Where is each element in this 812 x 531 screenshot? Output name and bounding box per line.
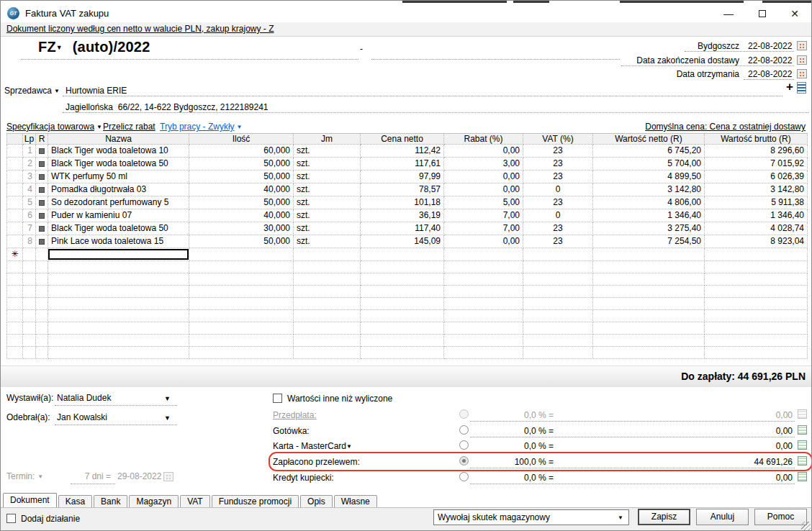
cell-vat[interactable]	[523, 322, 593, 335]
cell-rabat[interactable]	[444, 261, 523, 273]
payment-method-label[interactable]: Zapłacono przelewem:	[273, 457, 360, 467]
empty-table-row[interactable]	[7, 347, 808, 359]
add-seller-icon[interactable]: +	[786, 80, 793, 94]
cell-wartosc-brutto[interactable]: 8 923,04	[705, 235, 808, 248]
cell-ilosc[interactable]: 50,000	[189, 196, 294, 209]
cell-vat[interactable]: 23	[523, 158, 593, 171]
payment-method-label[interactable]: Kredyt kupiecki:	[273, 473, 334, 483]
row-selector[interactable]	[7, 347, 23, 359]
cell-nazwa[interactable]: Black Tiger woda toaletowa 10	[48, 145, 189, 158]
cell-wartosc-netto[interactable]: 3 142,80	[593, 183, 705, 196]
cell-ilosc[interactable]	[189, 298, 294, 310]
cell-jm[interactable]: szt.	[294, 171, 361, 183]
issue-date-value[interactable]: 22-08-2022	[748, 41, 792, 51]
default-price-link[interactable]: Domyślna cena: Cena z ostatniej dostawy	[645, 122, 806, 132]
tab-opis[interactable]: Opis	[300, 495, 333, 507]
work-mode-menu[interactable]: Tryb pracy - Zwykły▼	[160, 122, 242, 132]
table-row[interactable]: 8Pink Lace woda toaletowa 1550,000szt.14…	[7, 235, 808, 248]
cell-wartosc-netto[interactable]: 7 254,50	[593, 235, 705, 248]
row-selector[interactable]	[7, 158, 23, 171]
tab-magazyn[interactable]: Magazyn	[129, 495, 179, 507]
term-dropdown-icon[interactable]: ▼	[37, 474, 43, 480]
cell-nazwa[interactable]: So dezodorant perfumowany 5	[48, 196, 189, 209]
cell-wartosc-brutto[interactable]: 8 296,60	[705, 145, 808, 158]
row-selector[interactable]	[7, 222, 23, 235]
cell-cena-netto[interactable]: 97,99	[361, 171, 444, 183]
row-selector[interactable]	[7, 235, 23, 248]
row-selector[interactable]	[7, 183, 23, 196]
cancel-button[interactable]: Anuluj	[696, 509, 749, 525]
select-dropdown-icon[interactable]: ▼	[618, 515, 623, 521]
cell-jm[interactable]	[294, 347, 361, 359]
cell-cena-netto[interactable]: 117,61	[361, 158, 444, 171]
table-row[interactable]: 1Black Tiger woda toaletowa 1060,000szt.…	[7, 145, 808, 158]
row-selector[interactable]	[7, 310, 23, 322]
cell-cena-netto[interactable]	[361, 298, 444, 310]
specification-menu[interactable]: Specyfikacja towarowa▼	[6, 122, 102, 132]
doc-number[interactable]: (auto)/2022	[73, 39, 150, 55]
tab-vat[interactable]: VAT	[180, 495, 210, 507]
cell-wartosc-netto[interactable]	[593, 298, 705, 310]
payment-method-label[interactable]: Gotówka:	[273, 426, 310, 436]
new-item-input[interactable]	[48, 249, 189, 260]
seller-address[interactable]: Jagiellońska 66/22, 14-622 Bydgoszcz, 21…	[66, 102, 269, 112]
cell-jm[interactable]: szt.	[294, 183, 361, 196]
calculator-icon[interactable]	[798, 409, 807, 419]
cell-cena-netto[interactable]	[361, 273, 444, 286]
cell-vat[interactable]	[523, 310, 593, 322]
payment-method-dropdown-icon[interactable]: ▼	[346, 444, 352, 450]
payment-method-label[interactable]: Przedpłata:	[273, 410, 317, 420]
cell-wartosc-netto[interactable]	[593, 261, 705, 273]
empty-table-row[interactable]	[7, 335, 808, 347]
cell-cena-netto[interactable]: 101,18	[361, 196, 444, 209]
tab-bank[interactable]: Bank	[94, 495, 127, 507]
seller-label[interactable]: Sprzedawca▼	[4, 86, 60, 96]
cell-cena-netto[interactable]: 36,19	[361, 209, 444, 222]
cell-wartosc-netto[interactable]: 4 899,50	[593, 171, 705, 183]
cell-ilosc[interactable]	[189, 347, 294, 359]
row-selector[interactable]	[7, 145, 23, 158]
cell-wartosc-brutto[interactable]	[705, 273, 808, 286]
close-button[interactable]: ✕	[783, 6, 806, 22]
calendar-icon[interactable]	[797, 55, 807, 65]
cell-jm[interactable]	[294, 322, 361, 335]
term-label[interactable]: Termin:▼	[6, 471, 43, 481]
cell-jm[interactable]: szt.	[294, 158, 361, 171]
cell-wartosc-brutto[interactable]	[705, 286, 808, 298]
payment-percent[interactable]: 0,0 % =	[472, 441, 554, 451]
new-table-row[interactable]: ✳	[7, 248, 808, 261]
cell-wartosc-brutto[interactable]: 5 911,38	[705, 196, 808, 209]
cell-rabat[interactable]: 0,00	[444, 145, 523, 158]
cell-wartosc-netto[interactable]	[593, 286, 705, 298]
row-selector[interactable]	[7, 171, 23, 183]
cell-rabat[interactable]: 0,00	[444, 183, 523, 196]
cell-wartosc-brutto[interactable]	[705, 310, 808, 322]
cell-cena-netto[interactable]	[361, 335, 444, 347]
row-selector[interactable]	[7, 322, 23, 335]
cell-nazwa[interactable]: Black Tiger woda toaletowa 50	[48, 158, 189, 171]
tab-kasa[interactable]: Kasa	[58, 495, 92, 507]
cell-cena-netto[interactable]: 78,57	[361, 183, 444, 196]
received-date-value[interactable]: 22-08-2022	[748, 69, 792, 79]
cell-vat[interactable]	[523, 273, 593, 286]
cell-rabat[interactable]	[444, 286, 523, 298]
cell-wartosc-brutto[interactable]	[705, 298, 808, 310]
cell-nazwa[interactable]	[48, 261, 189, 273]
cell-rabat[interactable]	[444, 347, 523, 359]
cell-rabat[interactable]: 0,00	[444, 171, 523, 183]
help-button[interactable]: Pomoc	[754, 509, 807, 525]
row-selector[interactable]	[7, 298, 23, 310]
cell-nazwa[interactable]	[48, 347, 189, 359]
table-row[interactable]: 4Pomadka długotrwała 0340,000szt.78,570,…	[7, 183, 808, 196]
cell-rabat[interactable]: 0,00	[444, 235, 523, 248]
delivery-end-date-value[interactable]: 22-08-2022	[748, 55, 792, 65]
cell-wartosc-netto[interactable]: 4 806,00	[593, 196, 705, 209]
cell-vat[interactable]: 0	[523, 209, 593, 222]
cell-rabat[interactable]	[444, 248, 523, 261]
cell-wartosc-brutto[interactable]	[705, 261, 808, 273]
cell-rabat[interactable]	[444, 335, 523, 347]
cell-vat[interactable]	[523, 261, 593, 273]
cell-ilosc[interactable]: 60,000	[189, 145, 294, 158]
cell-cena-netto[interactable]	[361, 286, 444, 298]
cell-vat[interactable]: 23	[523, 171, 593, 183]
